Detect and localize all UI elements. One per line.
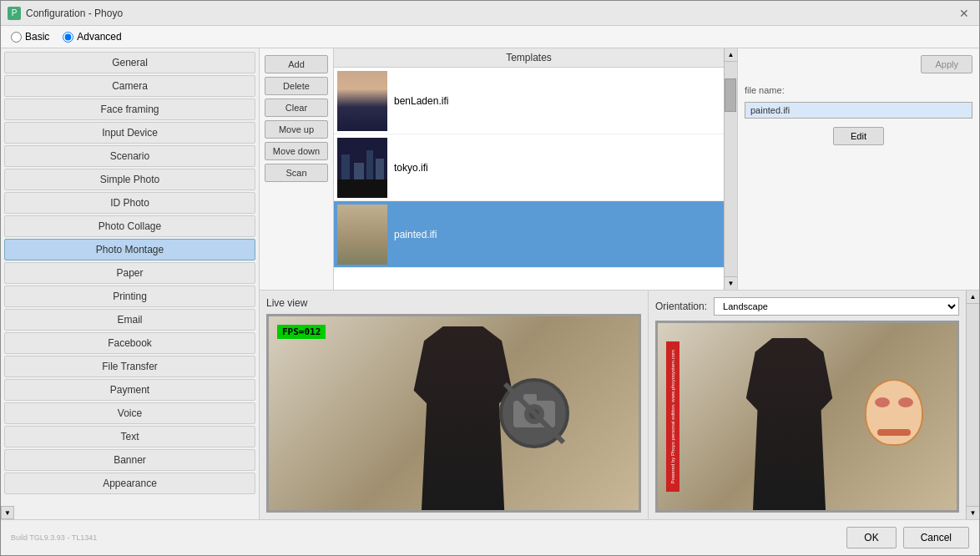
sidebar-item-appearance[interactable]: Appearance — [4, 473, 255, 494]
basic-radio-label[interactable]: Basic — [11, 31, 49, 43]
face-overlay — [865, 379, 923, 446]
templates-scroll-track — [725, 62, 737, 276]
sidebar-item-camera[interactable]: Camera — [4, 75, 255, 97]
file-name-input[interactable] — [745, 102, 972, 119]
basic-radio[interactable] — [11, 32, 22, 43]
templates-list[interactable]: benLaden.ifitokyo.ifipainted.ifi — [334, 68, 724, 290]
basic-label: Basic — [25, 31, 49, 43]
template-item-benladen[interactable]: benLaden.ifi — [334, 68, 724, 134]
templates-scroll-up[interactable]: ▲ — [725, 48, 737, 62]
face-mouth — [877, 429, 911, 436]
footer: Build TGL9.3.93 - TL1341 OK Cancel — [1, 519, 979, 555]
right-scroll-down[interactable]: ▼ — [967, 506, 979, 519]
move-down-button[interactable]: Move down — [265, 142, 328, 160]
sidebar-item-text[interactable]: Text — [4, 426, 255, 447]
main-content: GeneralCameraFace framingInput DeviceSce… — [1, 48, 979, 519]
template-item-tokyo[interactable]: tokyo.ifi — [334, 134, 724, 201]
sidebar-item-photo-collage[interactable]: Photo Collage — [4, 215, 255, 237]
window-title: Configuration - Phoyo — [26, 8, 956, 19]
output-frame: Powered by Phoyo personal edition. www.p… — [655, 321, 959, 513]
orientation-label: Orientation: — [655, 301, 707, 312]
orientation-row: Orientation: Landscape Portrait Auto — [655, 297, 959, 316]
advanced-label: Advanced — [77, 31, 121, 43]
template-name-tokyo: tokyo.ifi — [394, 162, 428, 174]
templates-buttons: Add Delete Clear Move up Move down Scan — [260, 48, 333, 290]
sidebar-scroll-down[interactable]: ▼ — [1, 506, 14, 519]
output-panel: Orientation: Landscape Portrait Auto Pow… — [649, 291, 966, 519]
sidebar-item-file-transfer[interactable]: File Transfer — [4, 356, 255, 377]
advanced-radio[interactable] — [63, 32, 73, 43]
sidebar-item-photo-montage[interactable]: Photo Montage — [4, 239, 255, 260]
templates-scroll-thumb[interactable] — [725, 78, 736, 112]
right-scroll-track — [967, 304, 979, 506]
sidebar-scroll[interactable]: GeneralCameraFace framingInput DeviceSce… — [1, 48, 259, 506]
file-name-label: file name: — [745, 85, 972, 95]
watermark-bar: Powered by Phoyo personal edition. www.p… — [666, 341, 679, 491]
right-scroll-up[interactable]: ▲ — [967, 291, 979, 304]
watermark-text: Powered by Phoyo personal edition. www.p… — [670, 350, 675, 483]
template-name-benladen: benLaden.ifi — [394, 95, 448, 107]
cancel-button[interactable]: Cancel — [903, 527, 969, 548]
sidebar-item-id-photo[interactable]: ID Photo — [4, 192, 255, 214]
sidebar-item-email[interactable]: Email — [4, 309, 255, 331]
props-panel: Apply file name: Edit — [737, 48, 979, 290]
sidebar-item-banner[interactable]: Banner — [4, 449, 255, 471]
orientation-select[interactable]: Landscape Portrait Auto — [714, 297, 959, 316]
right-panel: Add Delete Clear Move up Move down Scan … — [260, 48, 979, 519]
sidebar-item-face-framing[interactable]: Face framing — [4, 99, 255, 120]
main-window: P Configuration - Phoyo ✕ Basic Advanced… — [0, 0, 980, 556]
sidebar-item-paper[interactable]: Paper — [4, 262, 255, 284]
sidebar-item-general[interactable]: General — [4, 52, 255, 73]
templates-scroll-down[interactable]: ▼ — [725, 276, 737, 290]
live-view-panel: Live view FPS=012 — [260, 291, 649, 519]
advanced-radio-label[interactable]: Advanced — [63, 31, 121, 43]
sidebar-item-payment[interactable]: Payment — [4, 379, 255, 401]
live-view-title: Live view — [266, 297, 641, 309]
edit-button[interactable]: Edit — [833, 127, 884, 145]
title-bar: P Configuration - Phoyo ✕ — [1, 1, 979, 26]
svg-rect-5 — [337, 179, 387, 198]
face-eye-l — [875, 397, 890, 407]
output-preview: Powered by Phoyo personal edition. www.p… — [658, 323, 957, 510]
face-eye-r — [898, 397, 913, 407]
right-scrollbar[interactable]: ▲ ▼ — [966, 291, 979, 519]
fps-badge: FPS=012 — [277, 325, 326, 339]
templates-section: Add Delete Clear Move up Move down Scan … — [260, 48, 979, 291]
add-button[interactable]: Add — [265, 55, 328, 73]
ok-button[interactable]: OK — [846, 527, 896, 548]
template-name-painted: painted.ifi — [394, 229, 437, 240]
sidebar-item-voice[interactable]: Voice — [4, 402, 255, 424]
sidebar-item-input-device[interactable]: Input Device — [4, 122, 255, 144]
mode-bar: Basic Advanced — [1, 26, 979, 48]
sidebar-item-facebook[interactable]: Facebook — [4, 332, 255, 354]
bottom-panels: Live view FPS=012 — [260, 291, 979, 519]
scan-button[interactable]: Scan — [265, 164, 328, 182]
live-view-bg: FPS=012 — [269, 316, 639, 510]
no-camera-icon — [497, 376, 572, 451]
template-thumb-painted — [337, 205, 387, 265]
app-icon: P — [8, 7, 21, 20]
close-button[interactable]: ✕ — [956, 5, 972, 22]
sidebar-item-printing[interactable]: Printing — [4, 286, 255, 307]
clear-button[interactable]: Clear — [265, 99, 328, 117]
output-person — [733, 338, 846, 510]
live-view-frame: FPS=012 — [266, 314, 641, 513]
move-up-button[interactable]: Move up — [265, 120, 328, 139]
sidebar: GeneralCameraFace framingInput DeviceSce… — [1, 48, 260, 519]
templates-header: Templates — [334, 48, 724, 68]
templates-scrollbar[interactable]: ▲ ▼ — [724, 48, 737, 290]
template-item-painted[interactable]: painted.ifi — [334, 201, 724, 268]
template-thumb-benladen — [337, 71, 387, 131]
build-info: Build TGL9.3.93 - TL1341 — [11, 533, 840, 542]
template-thumb-tokyo — [337, 138, 387, 198]
templates-list-area: Templates benLaden.ifitokyo.ifipainted.i… — [333, 48, 724, 290]
delete-button[interactable]: Delete — [265, 77, 328, 95]
sidebar-item-simple-photo[interactable]: Simple Photo — [4, 169, 255, 190]
sidebar-item-scenario[interactable]: Scenario — [4, 145, 255, 167]
apply-button[interactable]: Apply — [921, 55, 972, 73]
